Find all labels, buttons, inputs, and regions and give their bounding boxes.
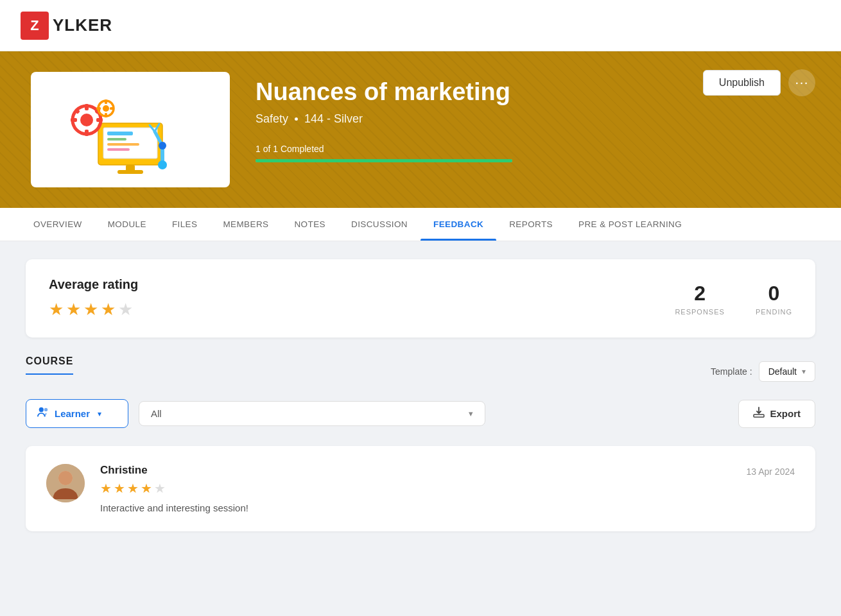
responses-stat: 2 RESPONSES (675, 282, 724, 316)
template-value: Default (768, 366, 797, 377)
review-star-3: ★ (127, 481, 139, 496)
template-selector: Template : Default ▾ (711, 361, 815, 382)
svg-rect-17 (85, 130, 89, 136)
course-badge: 144 - Silver (304, 112, 363, 126)
section-title: COURSE (26, 355, 73, 367)
nav-tabs: OVERVIEW MODULE FILES MEMBERS NOTES DISC… (0, 208, 841, 241)
brand-logo[interactable]: Z YLKER (21, 12, 112, 40)
tab-discussion[interactable]: DISCUSSION (338, 208, 420, 241)
tab-pre-post[interactable]: PRE & POST LEARNING (566, 208, 695, 241)
progress-bar-bg (256, 159, 512, 162)
template-dropdown[interactable]: Default ▾ (759, 361, 815, 382)
pending-stat: 0 PENDING (756, 282, 792, 316)
course-progress: 1 of 1 Completed (256, 144, 810, 162)
main-content: Average rating ★ ★ ★ ★ ★ 2 RESPONSES 0 P… (0, 241, 841, 549)
course-meta: Safety 144 - Silver (256, 112, 810, 126)
svg-rect-30 (754, 415, 764, 417)
star-2: ★ (66, 300, 81, 320)
rating-card: Average rating ★ ★ ★ ★ ★ 2 RESPONSES 0 P… (26, 259, 815, 338)
svg-point-11 (158, 160, 167, 169)
svg-point-15 (80, 114, 93, 126)
review-stars: ★ ★ ★ ★ ★ (100, 481, 731, 496)
tab-feedback[interactable]: FEEDBACK (420, 208, 496, 241)
svg-rect-5 (107, 148, 130, 151)
star-3: ★ (83, 300, 98, 320)
tab-overview[interactable]: OVERVIEW (21, 208, 95, 241)
pending-label: PENDING (756, 308, 792, 316)
logo-icon: Z (21, 12, 49, 40)
learner-label: Learner (55, 408, 90, 419)
svg-point-23 (103, 105, 109, 112)
tab-members[interactable]: MEMBERS (210, 208, 281, 241)
rating-right: 2 RESPONSES 0 PENDING (675, 282, 792, 316)
more-options-button[interactable]: ··· (788, 69, 815, 96)
export-label: Export (770, 408, 801, 419)
svg-rect-2 (107, 132, 133, 135)
svg-rect-19 (96, 118, 103, 122)
svg-rect-26 (96, 107, 101, 110)
learner-icon (37, 406, 49, 421)
all-filter-chevron-icon: ▾ (469, 409, 473, 418)
svg-rect-7 (117, 170, 143, 174)
hero-banner: Nuances of marketing Safety 144 - Silver… (0, 51, 841, 208)
average-rating-label: Average rating (49, 277, 675, 292)
responses-label: RESPONSES (675, 308, 724, 316)
logo-name: YLKER (53, 15, 112, 35)
tab-reports[interactable]: REPORTS (496, 208, 566, 241)
unpublish-button[interactable]: Unpublish (703, 70, 781, 96)
chevron-down-icon: ▾ (802, 367, 806, 376)
template-label: Template : (711, 366, 752, 377)
ellipsis-icon: ··· (795, 74, 808, 91)
progress-bar-fill (256, 159, 512, 162)
star-5: ★ (118, 300, 133, 320)
meta-separator (295, 117, 298, 121)
star-4: ★ (101, 300, 116, 320)
course-category: Safety (256, 112, 288, 126)
review-card: Christine ★ ★ ★ ★ ★ Interactive and inte… (26, 446, 815, 531)
course-thumbnail (31, 72, 230, 187)
top-header: Z YLKER (0, 0, 841, 51)
reviewer-avatar (46, 464, 85, 502)
hero-actions: Unpublish ··· (703, 69, 815, 96)
svg-point-29 (44, 408, 48, 411)
learner-chevron-icon: ▾ (98, 409, 101, 418)
pending-count: 0 (756, 282, 792, 305)
tab-notes[interactable]: NOTES (281, 208, 338, 241)
tab-module[interactable]: MODULE (95, 208, 159, 241)
svg-rect-27 (110, 107, 114, 110)
all-filter-dropdown[interactable]: All ▾ (139, 401, 485, 426)
svg-rect-25 (105, 113, 107, 117)
progress-label: 1 of 1 Completed (256, 144, 810, 154)
svg-rect-3 (107, 138, 126, 141)
svg-point-33 (58, 471, 73, 485)
learner-filter-button[interactable]: Learner ▾ (26, 399, 128, 428)
export-button[interactable]: Export (738, 400, 815, 428)
tab-files[interactable]: FILES (159, 208, 211, 241)
star-1: ★ (49, 300, 64, 320)
average-stars: ★ ★ ★ ★ ★ (49, 300, 675, 320)
review-star-4: ★ (141, 481, 152, 496)
svg-rect-24 (105, 99, 107, 104)
svg-rect-18 (71, 118, 77, 122)
svg-point-28 (39, 407, 44, 412)
review-star-2: ★ (114, 481, 125, 496)
svg-point-10 (159, 142, 166, 150)
review-star-5: ★ (154, 481, 166, 496)
filter-row: Learner ▾ All ▾ Export (26, 399, 815, 428)
review-star-1: ★ (100, 481, 112, 496)
section-header: COURSE (26, 355, 73, 375)
responses-count: 2 (675, 282, 724, 305)
review-comment: Interactive and interesting session! (100, 502, 731, 513)
export-icon (753, 407, 765, 421)
svg-rect-16 (85, 104, 89, 110)
all-filter-text: All (151, 408, 162, 419)
review-body: Christine ★ ★ ★ ★ ★ Interactive and inte… (100, 464, 731, 513)
review-date: 13 Apr 2024 (746, 464, 795, 477)
rating-left: Average rating ★ ★ ★ ★ ★ (49, 277, 675, 320)
reviewer-name: Christine (100, 464, 731, 477)
svg-rect-4 (107, 143, 139, 146)
